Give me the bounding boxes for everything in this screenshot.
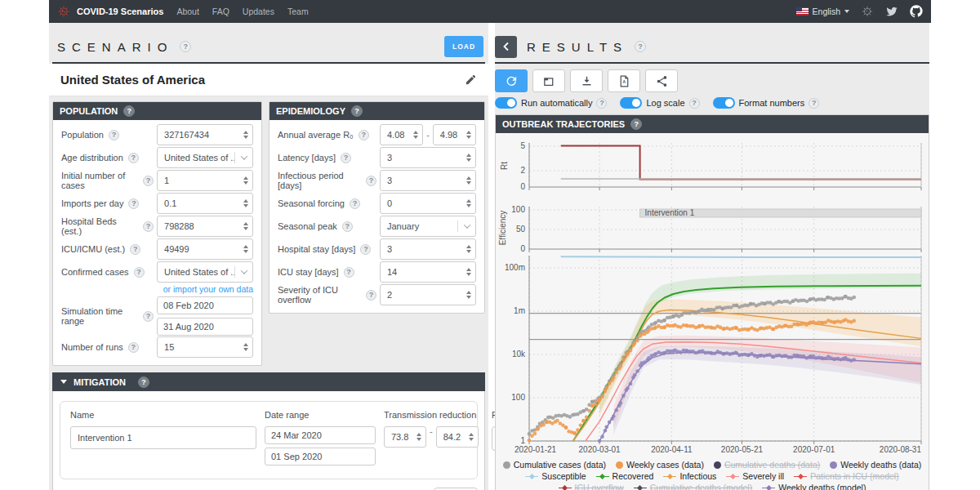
imports-per-day-input[interactable]: 0.1	[157, 193, 253, 214]
help-icon[interactable]: ?	[109, 130, 119, 140]
stepper-arrows[interactable]	[462, 148, 475, 167]
download-button[interactable]	[570, 69, 603, 92]
nav-link-about[interactable]: About	[176, 7, 198, 16]
number-of-runs-input[interactable]: 15	[157, 336, 253, 358]
population-input[interactable]: 327167434	[157, 124, 253, 145]
help-icon[interactable]: ?	[341, 153, 351, 163]
stepper-arrows[interactable]	[465, 427, 478, 447]
help-icon[interactable]: ?	[143, 176, 154, 186]
intervention-date-to-input[interactable]: 01 Sep 2020	[265, 448, 376, 466]
stepper-arrows[interactable]	[239, 194, 252, 213]
legend-recovered[interactable]: Recovered	[596, 471, 654, 481]
nav-link-updates[interactable]: Updates	[243, 7, 274, 16]
nav-link-team[interactable]: Team	[287, 7, 309, 16]
efficiency-chart[interactable]: 100500Intervention 1Efficiency	[496, 203, 929, 254]
simulation-time-range-from-input[interactable]: 08 Feb 2020	[157, 296, 253, 314]
import-own-data-link[interactable]: or import your own data	[163, 284, 253, 294]
collapse-results-button[interactable]	[495, 36, 517, 58]
icu-stay-days-input[interactable]: 14	[380, 261, 476, 283]
legend-susceptible[interactable]: Susceptible	[525, 471, 586, 481]
legend-cumulative-cases-data[interactable]: Cumulative cases (data)	[503, 460, 606, 470]
intervention-name-input[interactable]: Intervention 1	[70, 426, 256, 449]
help-icon[interactable]: ?	[630, 118, 642, 130]
stepper-arrows[interactable]	[239, 216, 252, 236]
stepper-arrows[interactable]	[239, 337, 252, 357]
hospital-beds-est-input[interactable]: 798288	[157, 216, 253, 237]
language-selector[interactable]: English	[796, 7, 849, 16]
age-distribution-select[interactable]: United States of ...	[157, 147, 253, 168]
stepper-arrows[interactable]	[412, 427, 425, 447]
stepper-arrows[interactable]	[462, 262, 475, 282]
seasonal-forcing-input[interactable]: 0	[380, 193, 476, 214]
help-icon[interactable]: ?	[808, 98, 819, 109]
legend-severely-ill[interactable]: Severely ill	[726, 471, 784, 481]
annual-average-r-from-input[interactable]: 4.08	[380, 124, 423, 145]
help-icon[interactable]: ?	[366, 290, 376, 301]
stepper-arrows[interactable]	[239, 239, 252, 259]
help-icon[interactable]: ?	[359, 130, 369, 140]
stepper-arrows[interactable]	[462, 239, 475, 259]
reduction-from-input[interactable]: 73.8	[384, 426, 426, 448]
stepper-arrows[interactable]	[239, 171, 252, 190]
twitter-icon[interactable]	[885, 5, 898, 18]
severity-of-icu-overflow-input[interactable]: 2	[380, 284, 476, 305]
select-chevron[interactable]	[234, 152, 252, 163]
help-icon[interactable]: ?	[360, 244, 371, 255]
rt-chart[interactable]: 520Rt	[496, 135, 929, 203]
new-window-button[interactable]	[532, 69, 565, 92]
stepper-arrows[interactable]	[462, 171, 475, 190]
export-pdf-button[interactable]: A	[608, 69, 640, 92]
trajectories-chart[interactable]: 100m1m10k10012020-01-212020-03-012020-04…	[496, 254, 929, 458]
confirmed-cases-select[interactable]: United States of ...	[157, 261, 253, 283]
help-icon[interactable]: ?	[138, 376, 149, 388]
help-icon[interactable]: ?	[123, 105, 135, 117]
stepper-arrows[interactable]	[462, 194, 475, 213]
select-chevron[interactable]	[457, 220, 475, 232]
help-icon[interactable]: ?	[143, 311, 154, 322]
select-chevron[interactable]	[234, 266, 252, 278]
help-icon[interactable]: ?	[689, 98, 700, 109]
toggle-switch-format-numbers[interactable]	[713, 97, 735, 109]
share-button[interactable]	[645, 69, 678, 92]
stepper-arrows[interactable]	[462, 285, 475, 305]
help-icon[interactable]: ?	[134, 267, 145, 278]
github-icon[interactable]	[910, 5, 923, 18]
latency-days-input[interactable]: 3	[380, 147, 476, 168]
help-icon[interactable]: ?	[143, 221, 154, 232]
legend-weekly-cases-data[interactable]: Weekly cases (data)	[616, 460, 704, 470]
help-icon[interactable]: ?	[128, 153, 139, 163]
help-icon[interactable]: ?	[350, 198, 360, 209]
help-icon[interactable]: ?	[342, 221, 353, 232]
intervention-date-from-input[interactable]: 24 Mar 2020	[265, 426, 376, 444]
help-icon[interactable]: ?	[351, 105, 363, 117]
infectious-period-days-input[interactable]: 3	[380, 170, 476, 191]
legend-cumulative-deaths-data[interactable]: Cumulative deaths (data)	[714, 460, 820, 470]
stepper-arrows[interactable]	[462, 125, 475, 145]
icu-icmu-est-input[interactable]: 49499	[157, 238, 253, 260]
toggle-switch-run-automatically[interactable]	[495, 97, 517, 109]
simulation-time-range-to-input[interactable]: 31 Aug 2020	[157, 318, 253, 336]
help-icon[interactable]: ?	[180, 41, 191, 52]
mitigation-header[interactable]: MITIGATION ?	[52, 372, 485, 391]
initial-number-of-cases-input[interactable]: 1	[157, 170, 253, 191]
reduction-to-input[interactable]: 84.2	[436, 426, 479, 448]
help-icon[interactable]: ?	[344, 267, 354, 278]
legend-cumulative-deaths-model[interactable]: Cumulative deaths (model)	[634, 483, 752, 490]
load-button[interactable]: LOAD	[444, 36, 483, 57]
legend-patients-in-icu-model[interactable]: Patients in ICU (model)	[794, 471, 899, 481]
annual-average-r-to-input[interactable]: 4.98	[433, 124, 476, 145]
stepper-arrows[interactable]	[409, 125, 422, 145]
seasonal-peak-select[interactable]: January	[380, 216, 476, 237]
edit-pencil-icon[interactable]	[465, 74, 477, 86]
help-icon[interactable]: ?	[596, 98, 607, 109]
stepper-arrows[interactable]	[239, 125, 252, 145]
help-icon[interactable]: ?	[635, 41, 646, 52]
help-icon[interactable]: ?	[130, 244, 140, 255]
legend-icu-overflow[interactable]: ICU overflow	[559, 483, 624, 490]
nav-link-faq[interactable]: FAQ	[212, 7, 229, 16]
toggle-switch-log-scale[interactable]	[620, 97, 642, 109]
help-icon[interactable]: ?	[366, 176, 376, 186]
help-icon[interactable]: ?	[128, 198, 139, 209]
legend-infectious[interactable]: Infectious	[663, 471, 716, 481]
run-button[interactable]	[495, 69, 528, 92]
